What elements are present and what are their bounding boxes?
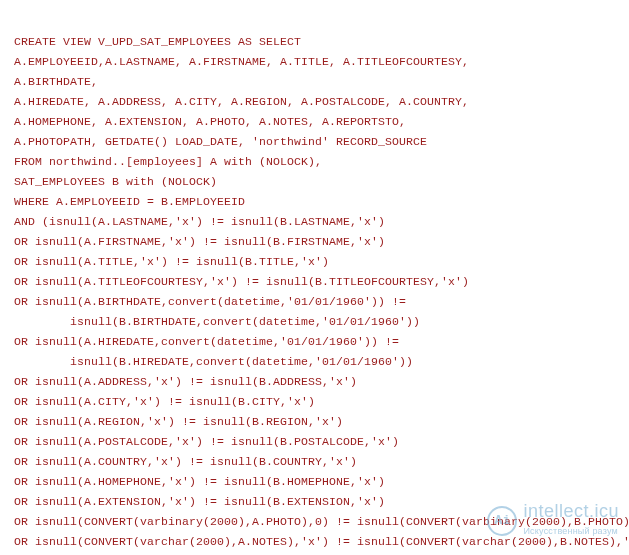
code-line: SAT_EMPLOYEES B with (NOLOCK) [14,175,217,188]
code-line: A.HIREDATE, A.ADDRESS, A.CITY, A.REGION,… [14,95,469,108]
code-line: OR isnull(A.COUNTRY,'x') != isnull(B.COU… [14,455,357,468]
code-line: FROM northwind..[employees] A with (NOLO… [14,155,322,168]
code-line: isnull(B.BIRTHDATE,convert(datetime,'01/… [14,315,420,328]
code-line: OR isnull(A.ADDRESS,'x') != isnull(B.ADD… [14,375,357,388]
code-line: OR isnull(A.REGION,'x') != isnull(B.REGI… [14,415,343,428]
code-line: OR isnull(CONVERT(varchar(2000),A.NOTES)… [14,535,629,548]
code-line: OR isnull(A.EXTENSION,'x') != isnull(B.E… [14,495,385,508]
code-line: A.PHOTOPATH, GETDATE() LOAD_DATE, 'north… [14,135,427,148]
code-line: OR isnull(A.POSTALCODE,'x') != isnull(B.… [14,435,399,448]
code-line: A.BIRTHDATE, [14,75,98,88]
code-line: OR isnull(A.TITLE,'x') != isnull(B.TITLE… [14,255,329,268]
code-line: OR isnull(A.HOMEPHONE,'x') != isnull(B.H… [14,475,385,488]
code-line: OR isnull(A.FIRSTNAME,'x') != isnull(B.F… [14,235,385,248]
code-line: OR isnull(CONVERT(varbinary(2000),A.PHOT… [14,515,629,528]
code-line: OR isnull(A.BIRTHDATE,convert(datetime,'… [14,295,406,308]
code-line: WHERE A.EMPLOYEEID = B.EMPLOYEEID [14,195,245,208]
sql-code-block: CREATE VIEW V_UPD_SAT_EMPLOYEES AS SELEC… [14,12,615,555]
code-line: OR isnull(A.CITY,'x') != isnull(B.CITY,'… [14,395,315,408]
code-line: A.HOMEPHONE, A.EXTENSION, A.PHOTO, A.NOT… [14,115,406,128]
code-line: OR isnull(A.TITLEOFCOURTESY,'x') != isnu… [14,275,469,288]
code-line: isnull(B.HIREDATE,convert(datetime,'01/0… [14,355,413,368]
code-line: A.EMPLOYEEID,A.LASTNAME, A.FIRSTNAME, A.… [14,55,469,68]
code-line: AND (isnull(A.LASTNAME,'x') != isnull(B.… [14,215,385,228]
code-line: CREATE VIEW V_UPD_SAT_EMPLOYEES AS SELEC… [14,35,301,48]
code-line: OR isnull(A.HIREDATE,convert(datetime,'0… [14,335,399,348]
